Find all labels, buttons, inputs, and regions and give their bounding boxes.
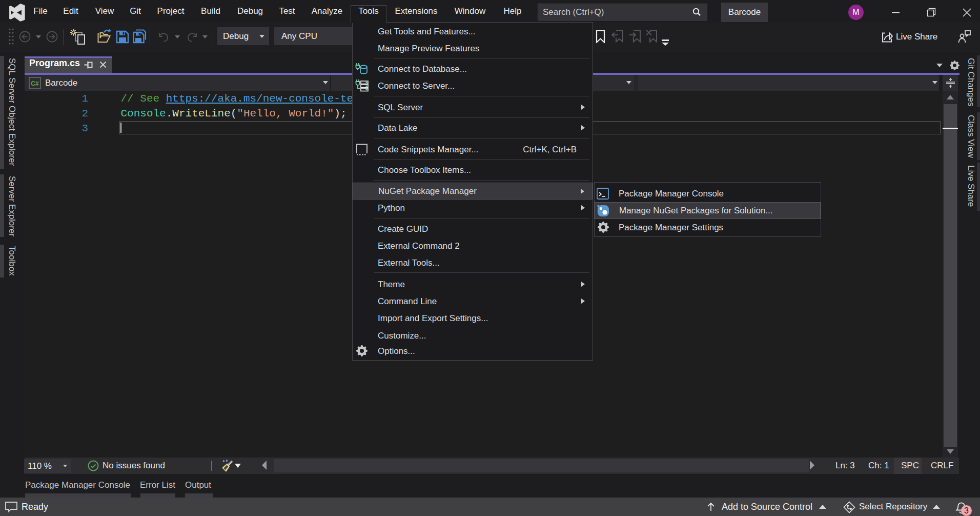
svg-text:C#: C# xyxy=(31,80,39,87)
